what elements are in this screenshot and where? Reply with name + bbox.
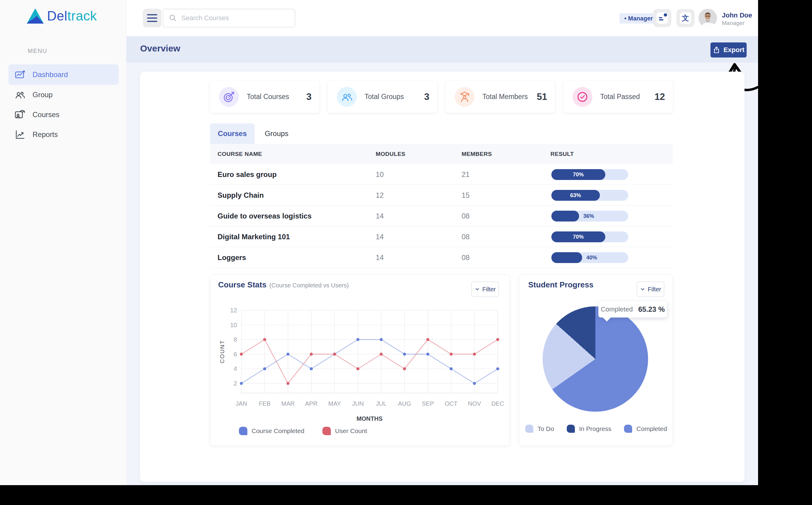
pie-legend: To Do In Progress Completed [519, 425, 673, 433]
column-header-result: RESULT [551, 144, 574, 164]
sidebar-item-label: Dashboard [32, 70, 68, 79]
stat-value: 51 [537, 92, 547, 102]
export-button[interactable]: Export [710, 42, 746, 57]
result-percent-label: 40% [586, 252, 597, 263]
svg-text:2: 2 [234, 380, 237, 387]
modules-value: 10 [376, 164, 384, 185]
members-value: 15 [462, 185, 470, 205]
courses-icon [14, 109, 25, 120]
brand-name-del: Del [47, 8, 68, 23]
legend-label: User Count [335, 428, 367, 435]
dashboard-icon [14, 69, 25, 80]
legend-item-user-count[interactable]: User Count [322, 427, 367, 435]
user-avatar[interactable] [698, 9, 717, 27]
modules-value: 14 [376, 226, 384, 247]
course-name: Digital Marketing 101 [218, 226, 290, 247]
stat-value: 3 [424, 92, 429, 102]
legend-item-course-completed[interactable]: Course Completed [239, 427, 304, 435]
brand-logo[interactable]: Deltrack [26, 8, 97, 24]
svg-text:6: 6 [234, 351, 237, 357]
column-header-course-name: COURSE NAME [218, 144, 262, 164]
sidebar-menu-label: MENU [28, 47, 47, 54]
modules-value: 12 [376, 185, 384, 205]
screenshot-stage: Deltrack MENU Dashboard Group Courses [0, 0, 812, 505]
legend-swatch [525, 425, 533, 433]
svg-text:JAN: JAN [236, 400, 247, 407]
course-name: Loggers [218, 247, 246, 268]
language-button[interactable]: 文 [676, 9, 694, 27]
svg-text:AUG: AUG [398, 400, 411, 407]
stat-card-total-courses[interactable]: Total Courses 3 [210, 80, 319, 113]
legend-label: Completed [636, 425, 667, 433]
user-role: Manager [722, 20, 744, 26]
legend-swatch [567, 425, 575, 433]
legend-label: In Progress [579, 425, 611, 433]
user-name[interactable]: John Doe [722, 11, 752, 19]
result-progress-bar: 70% [551, 231, 628, 242]
members-value: 08 [462, 205, 470, 226]
stat-card-total-passed[interactable]: Total Passed 12 [563, 80, 673, 113]
modules-value: 14 [376, 205, 384, 226]
column-header-modules: MODULES [376, 144, 405, 164]
svg-text:8: 8 [234, 336, 237, 343]
legend-swatch [624, 425, 632, 433]
legend-item-todo[interactable]: To Do [525, 425, 554, 433]
search-input[interactable] [182, 14, 289, 22]
pie-tooltip: Completed 65.23 % [598, 301, 667, 318]
legend-label: Course Completed [252, 428, 304, 435]
tab-courses[interactable]: Courses [210, 123, 255, 144]
svg-text:DEC: DEC [491, 400, 504, 407]
sidebar-item-label: Group [32, 91, 53, 99]
svg-text:MAY: MAY [328, 400, 341, 407]
svg-text:12: 12 [230, 307, 237, 314]
filter-label: Filter [648, 286, 661, 293]
modules-value: 14 [376, 247, 384, 268]
sidebar-item-reports[interactable]: Reports [8, 125, 119, 144]
stat-label: Total Courses [247, 93, 289, 101]
deltrack-app: Deltrack MENU Dashboard Group Courses [0, 0, 758, 485]
sidebar-item-courses[interactable]: Courses [8, 105, 119, 124]
role-badge[interactable]: • Manager [619, 13, 658, 23]
notifications-button[interactable] [653, 9, 671, 27]
stat-value: 12 [655, 92, 665, 102]
stat-label: Total Members [482, 93, 528, 101]
svg-text:MONTHS: MONTHS [356, 415, 383, 422]
menu-icon[interactable] [143, 9, 161, 27]
table-row[interactable]: Loggers 14 08 40% [210, 247, 673, 268]
target-icon [219, 87, 239, 107]
sidebar-item-dashboard[interactable]: Dashboard [8, 64, 119, 85]
overview-header: Overview Export [127, 36, 758, 62]
table-row[interactable]: Euro sales group 10 21 70% [210, 164, 673, 185]
tab-groups[interactable]: Groups [255, 123, 299, 144]
result-progress-bar: 36% [551, 211, 628, 221]
legend-item-completed[interactable]: Completed [624, 425, 667, 433]
stat-card-total-members[interactable]: Total Members 51 [446, 80, 555, 113]
svg-text:4: 4 [234, 365, 237, 372]
brand-name-track: track [68, 8, 97, 23]
group-icon [14, 90, 25, 100]
tooltip-label: Completed [601, 306, 633, 313]
graduate-student-icon [455, 87, 475, 107]
badge-check-icon [572, 87, 592, 107]
legend-item-in-progress[interactable]: In Progress [567, 425, 611, 433]
table-row[interactable]: Supply Chain 12 15 63% [210, 185, 673, 205]
tab-label: Courses [218, 129, 247, 138]
student-progress-filter-button[interactable]: Filter [636, 282, 664, 297]
result-percent-label: 36% [583, 211, 594, 221]
export-label: Export [723, 46, 744, 54]
course-name: Guide to overseas logistics [218, 205, 312, 226]
table-row[interactable]: Digital Marketing 101 14 08 70% [210, 226, 673, 247]
course-name: Euro sales group [218, 164, 276, 185]
translate-icon: 文 [680, 12, 691, 24]
result-percent-label: 70% [551, 169, 605, 180]
table-row[interactable]: Guide to overseas logistics 14 08 36% [210, 205, 673, 226]
tab-label: Groups [265, 129, 288, 138]
tooltip-value: 65.23 % [638, 305, 665, 314]
svg-text:OCT: OCT [445, 400, 457, 407]
student-progress-pie-chart[interactable] [543, 306, 648, 412]
sidebar-item-group[interactable]: Group [8, 86, 119, 104]
notifications-icon [657, 12, 668, 24]
chevron-down-icon [640, 287, 646, 292]
stat-card-total-groups[interactable]: Total Groups 3 [328, 80, 437, 113]
search-icon [169, 14, 177, 22]
